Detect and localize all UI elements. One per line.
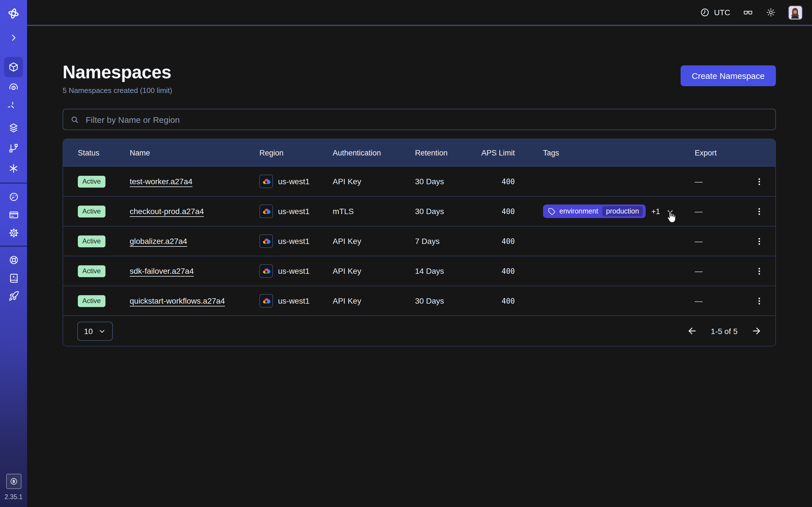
namespace-link[interactable]: globalizer.a27a4 bbox=[130, 237, 187, 245]
col-header-export: Export bbox=[695, 149, 742, 157]
row-menu-button kebab-icon[interactable] bbox=[742, 177, 776, 186]
sidebar-item branch-icon[interactable] bbox=[4, 138, 23, 158]
aps-limit-value: 400 bbox=[480, 177, 543, 186]
page-size-value: 10 bbox=[84, 327, 93, 335]
create-namespace-button[interactable]: Create Namespace bbox=[680, 65, 776, 86]
sidebar-item asterisk-icon[interactable] bbox=[4, 158, 23, 179]
export-value: — bbox=[695, 177, 742, 186]
aps-limit-value: 400 bbox=[480, 237, 543, 245]
gcp-cloud-icon bbox=[259, 175, 273, 188]
tags-expand chevron-down-icon[interactable] bbox=[666, 207, 674, 216]
table-footer: 10 1-5 of 5 bbox=[63, 316, 775, 346]
user-avatar[interactable] bbox=[788, 5, 802, 19]
col-header-name: Name bbox=[130, 149, 259, 157]
pagination-range: 1-5 of 5 bbox=[711, 327, 738, 335]
sidebar-item-billing credit-card-icon[interactable] bbox=[4, 206, 23, 224]
app-version: 2.35.1 bbox=[4, 494, 22, 500]
app-root: 2.35.1 UTC bbox=[0, 0, 812, 507]
aps-limit-value: 400 bbox=[480, 297, 543, 305]
table-row: Active sdk-failover.a27a4 us-west1 API K… bbox=[63, 256, 775, 286]
plan-button badge-dollar-icon[interactable] bbox=[6, 474, 21, 489]
gcp-cloud-icon bbox=[259, 205, 273, 218]
search-icon bbox=[70, 115, 80, 124]
row-menu-button kebab-icon[interactable] bbox=[742, 266, 776, 276]
sidebar-item-namespaces cube-icon[interactable] bbox=[4, 57, 23, 77]
auth-value: mTLS bbox=[333, 207, 415, 216]
table-row: Active quickstart-workflows.a27a4 us-wes… bbox=[63, 286, 775, 316]
page-subtitle: 5 Namespaces created (100 limit) bbox=[63, 86, 172, 96]
main-content: Namespaces 5 Namespaces created (100 lim… bbox=[27, 27, 812, 507]
page-title: Namespaces bbox=[63, 61, 172, 83]
retention-value: 30 Days bbox=[415, 296, 480, 305]
export-value: — bbox=[695, 237, 742, 245]
sidebar-item timer-icon[interactable] bbox=[4, 98, 23, 118]
export-value: — bbox=[695, 207, 742, 216]
chevron-down-icon bbox=[98, 327, 106, 335]
col-header-authentication: Authentication bbox=[333, 149, 415, 157]
sidebar-divider bbox=[0, 182, 27, 184]
labs-toggle glasses-icon[interactable] bbox=[743, 7, 753, 18]
sidebar-item-get-started rocket-icon[interactable] bbox=[4, 287, 23, 305]
status-badge: Active bbox=[78, 295, 105, 307]
namespace-link[interactable]: sdk-failover.a27a4 bbox=[130, 267, 194, 276]
retention-value: 30 Days bbox=[415, 207, 480, 216]
topbar: UTC bbox=[27, 0, 812, 26]
filter-bar bbox=[63, 109, 776, 130]
namespace-link[interactable]: quickstart-workflows.a27a4 bbox=[130, 296, 225, 305]
sidebar-item layers-icon[interactable] bbox=[4, 118, 23, 138]
table-row: Active globalizer.a27a4 us-west1 API Key… bbox=[63, 226, 775, 256]
region-label: us-west1 bbox=[278, 296, 310, 305]
page-size-select[interactable]: 10 bbox=[77, 321, 112, 341]
status-badge: Active bbox=[78, 175, 105, 187]
sidebar-item-docs book-sparkles-icon[interactable] bbox=[4, 269, 23, 287]
table-row: Active checkout-prod.a27a4 us-west1 mTLS… bbox=[63, 196, 775, 226]
next-page-button arrow-right-icon[interactable] bbox=[751, 326, 762, 336]
region-label: us-west1 bbox=[278, 207, 310, 216]
namespaces-table: Status Name Region Authentication Retent… bbox=[63, 138, 776, 346]
sidebar-item iris-icon[interactable] bbox=[4, 77, 23, 98]
prev-page-button arrow-left-icon[interactable] bbox=[687, 326, 697, 336]
status-badge: Active bbox=[78, 265, 105, 277]
status-badge: Active bbox=[78, 205, 105, 217]
aps-limit-value: 400 bbox=[480, 207, 543, 216]
tags-cell: environment production +1 bbox=[543, 205, 695, 218]
region-label: us-west1 bbox=[278, 177, 310, 186]
export-value: — bbox=[695, 296, 742, 305]
export-value: — bbox=[695, 267, 742, 276]
temporal-logo-icon bbox=[7, 7, 20, 20]
col-header-tags: Tags bbox=[543, 149, 695, 157]
col-header-retention: Retention bbox=[415, 149, 480, 157]
tag-icon bbox=[548, 208, 555, 215]
row-menu-button kebab-icon[interactable] bbox=[742, 236, 776, 246]
table-row: Active test-worker.a27a4 us-west1 API Ke… bbox=[63, 166, 775, 196]
col-header-aps-limit: APS Limit bbox=[480, 149, 543, 157]
auth-value: API Key bbox=[333, 237, 415, 245]
aps-limit-value: 400 bbox=[480, 267, 543, 275]
sidebar: 2.35.1 bbox=[0, 0, 27, 507]
auth-value: API Key bbox=[333, 296, 415, 305]
auth-value: API Key bbox=[333, 177, 415, 186]
timezone-selector[interactable]: UTC bbox=[700, 7, 730, 17]
clock-icon bbox=[700, 7, 710, 17]
tag-pill[interactable]: environment production bbox=[543, 205, 646, 218]
row-menu-button kebab-icon[interactable] bbox=[742, 207, 776, 216]
namespace-link[interactable]: test-worker.a27a4 bbox=[130, 177, 193, 186]
region-label: us-west1 bbox=[278, 237, 310, 245]
filter-input[interactable] bbox=[85, 114, 769, 125]
sidebar-item-settings gear-icon[interactable] bbox=[4, 224, 23, 242]
theme-toggle sun-icon[interactable] bbox=[766, 7, 776, 17]
sidebar-item-support lifebuoy-icon[interactable] bbox=[4, 251, 23, 269]
table-header-row: Status Name Region Authentication Retent… bbox=[63, 139, 775, 166]
col-header-region: Region bbox=[259, 149, 333, 157]
tag-value: production bbox=[602, 206, 643, 216]
gcp-cloud-icon bbox=[259, 294, 273, 307]
row-menu-button kebab-icon[interactable] bbox=[742, 296, 776, 305]
retention-value: 7 Days bbox=[415, 237, 480, 245]
region-label: us-west1 bbox=[278, 267, 310, 276]
auth-value: API Key bbox=[333, 267, 415, 276]
sidebar-item-usage gauge-icon[interactable] bbox=[4, 187, 23, 206]
sidebar-expand-chevron-right-icon[interactable] bbox=[4, 27, 23, 48]
namespace-link[interactable]: checkout-prod.a27a4 bbox=[130, 207, 204, 216]
gcp-cloud-icon bbox=[259, 264, 273, 278]
timezone-label: UTC bbox=[714, 8, 730, 17]
